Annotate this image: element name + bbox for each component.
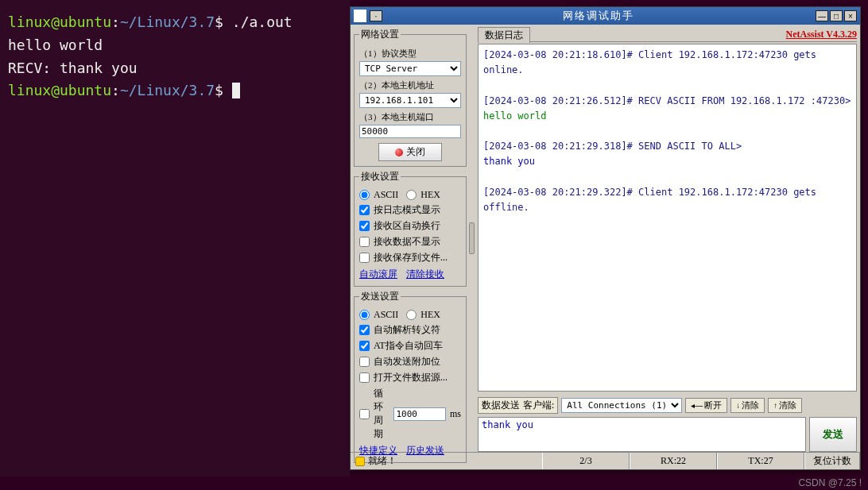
send-cycle-check[interactable] [359,409,370,419]
log-line: [2024-03-08 20:21:18.610]# Client 192.16… [483,48,851,78]
clear-up-button[interactable]: ↑清除 [768,398,802,413]
network-settings-legend: 网络设置 [359,28,401,41]
send-atreturn-check[interactable] [359,341,370,351]
autoscroll-link[interactable]: 自动滚屏 [359,268,397,280]
titlebar[interactable]: · 网络调试助手 — □ × [351,7,860,25]
app-icon [354,10,366,22]
prompt-path: ~/Linux/3.7 [120,14,215,30]
status-tx: TX:27 [717,453,804,469]
terminal-line: linux@ubuntu:~/Linux/3.7$ [8,79,342,102]
send-hex-radio[interactable] [406,310,417,320]
recv-logmode-check[interactable] [359,205,370,215]
arrow-up-icon: ↑ [773,401,777,410]
send-openfile-check[interactable] [359,372,370,383]
watermark: CSDN @7.25 ! [798,477,862,488]
status-count: 2/3 [542,453,630,469]
client-label: 客户端: [523,399,554,412]
arrow-down-icon: ↓ [736,401,740,410]
network-settings: 网络设置 （1）协议类型 TCP Server （2）本地主机地址 192.16… [354,28,467,167]
send-autoappend-check[interactable] [359,357,370,367]
close-connection-button[interactable]: 关闭 [378,143,442,161]
drag-handle-icon[interactable] [469,222,475,254]
recv-settings: 接收设置 ASCII HEX 按日志模式显示 接收区自动换行 接收数据不显示 接… [354,170,467,287]
protocol-label: （1）协议类型 [359,48,461,60]
cursor [232,83,240,98]
log-area[interactable]: [2024-03-08 20:21:18.610]# Client 192.16… [478,44,857,392]
log-line: [2024-03-08 20:21:29.322]# Client 192.16… [483,185,851,215]
terminal-cmd: ./a.out [232,14,293,30]
minimize-icon[interactable]: — [816,10,828,21]
ready-icon [355,457,365,466]
send-bar: 数据发送 客户端: All Connections (1) ◂—断开 ↓清除 ↑… [478,396,857,414]
send-button[interactable]: 发送 [809,417,857,452]
netassist-window: · 网络调试助手 — □ × 网络设置 （1）协议类型 TCP Server （… [350,6,861,470]
terminal[interactable]: linux@ubuntu:~/Linux/3.7$ ./a.out hello … [0,0,350,476]
record-icon [395,149,403,156]
send-ascii-radio[interactable] [359,310,370,320]
log-line: thank you [483,154,851,169]
log-line: hello world [483,109,851,124]
window-title: 网络调试助手 [382,9,814,23]
recv-hex-radio[interactable] [406,190,417,200]
send-label: 数据发送 [482,399,520,412]
send-settings: 发送设置 ASCII HEX 自动解析转义符 AT指令自动回车 自动发送附加位 … [354,290,467,463]
clear-down-button[interactable]: ↓清除 [730,398,765,413]
right-panel: 数据日志 NetAssist V4.3.29 [2024-03-08 20:21… [475,25,860,452]
terminal-line: linux@ubuntu:~/Linux/3.7$ ./a.out [8,11,342,34]
pin-icon[interactable]: · [370,10,382,21]
version-link[interactable]: NetAssist V4.3.29 [786,29,857,41]
disconnect-button[interactable]: ◂—断开 [685,398,727,413]
host-select[interactable]: 192.168.1.101 [359,93,461,108]
maximize-icon[interactable]: □ [830,10,843,21]
send-input[interactable]: thank you [478,417,806,452]
recv-hide-check[interactable] [359,237,370,247]
log-line: [2024-03-08 20:21:26.512]# RECV ASCII FR… [483,94,851,109]
port-input[interactable] [359,125,461,138]
arrow-left-icon: ◂— [691,401,703,410]
connection-select[interactable]: All Connections (1) [561,398,682,413]
clear-recv-link[interactable]: 清除接收 [406,268,444,280]
terminal-output: RECV: thank you [8,57,342,80]
recv-autowrap-check[interactable] [359,221,370,231]
log-tab[interactable]: 数据日志 [478,27,530,43]
close-icon[interactable]: × [844,10,857,21]
send-settings-legend: 发送设置 [359,290,401,303]
port-label: （3）本地主机端口 [359,111,461,123]
terminal-output: hello world [8,34,342,57]
log-line: [2024-03-08 20:21:29.318]# SEND ASCII TO… [483,139,851,154]
send-autoparse-check[interactable] [359,325,370,335]
recv-save-check[interactable] [359,253,370,263]
recv-ascii-radio[interactable] [359,190,370,200]
protocol-select[interactable]: TCP Server [359,61,461,76]
status-ready: 就绪！ [351,454,542,468]
recv-settings-legend: 接收设置 [359,170,401,183]
host-label: （2）本地主机地址 [359,79,461,91]
prompt-user: linux@ubuntu [8,14,111,30]
status-rx: RX:22 [630,453,717,469]
left-panel: 网络设置 （1）协议类型 TCP Server （2）本地主机地址 192.16… [351,25,470,452]
statusbar: 就绪！ 2/3 RX:22 TX:27 复位计数 [351,452,860,469]
reset-count-button[interactable]: 复位计数 [804,453,860,469]
cycle-input[interactable] [393,407,446,421]
